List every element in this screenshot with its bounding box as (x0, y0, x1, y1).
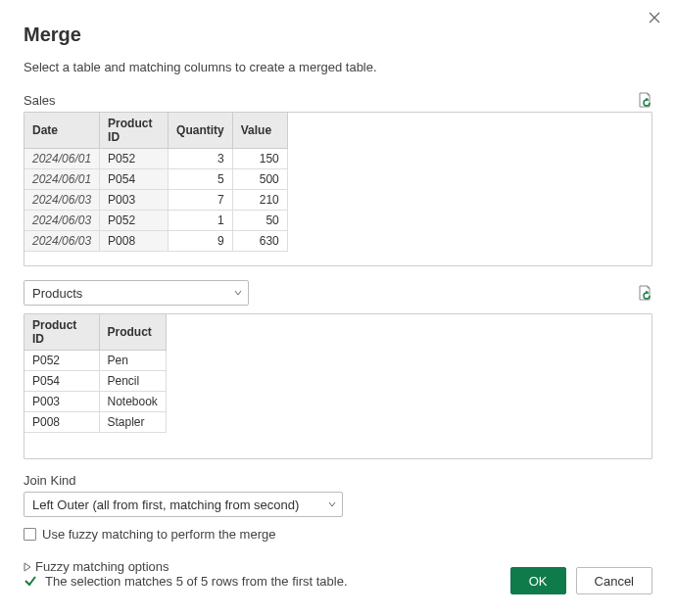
col-header[interactable]: Date (24, 113, 100, 149)
chevron-down-icon (328, 500, 336, 508)
table-row: 2024/06/03 P008 9 630 (24, 231, 287, 252)
chevron-down-icon (234, 289, 242, 297)
check-icon (24, 574, 37, 588)
table-row: P052 Pen (24, 351, 166, 371)
table-row: P003 Notebook (24, 392, 166, 412)
second-table-select[interactable]: Products (24, 280, 249, 306)
refresh-icon[interactable] (637, 285, 652, 301)
dialog-subtitle: Select a table and matching columns to c… (24, 60, 652, 74)
table-row: 2024/06/03 P003 7 210 (24, 190, 287, 211)
ok-button[interactable]: OK (510, 567, 566, 594)
join-kind-selected: Left Outer (all from first, matching fro… (32, 498, 299, 512)
sales-table: Date Product ID Quantity Value 2024/06/0… (24, 113, 288, 252)
first-table-name: Sales (24, 93, 56, 108)
col-header[interactable]: Product ID (24, 314, 99, 351)
table-row: 2024/06/01 P054 5 500 (24, 169, 287, 190)
fuzzy-checkbox[interactable]: Use fuzzy matching to perform the merge (24, 527, 652, 542)
dialog-title: Merge (24, 24, 652, 46)
join-kind-select[interactable]: Left Outer (all from first, matching fro… (24, 492, 343, 517)
cancel-button[interactable]: Cancel (576, 567, 652, 594)
second-table-selected: Products (32, 286, 82, 301)
merge-dialog: Merge Select a table and matching column… (0, 0, 676, 616)
close-icon[interactable] (647, 10, 662, 25)
status-text: The selection matches 5 of 5 rows from t… (45, 574, 348, 589)
refresh-icon[interactable] (637, 92, 652, 108)
table-row: 2024/06/01 P052 3 150 (24, 149, 287, 169)
fuzzy-checkbox-label: Use fuzzy matching to perform the merge (42, 527, 275, 542)
table-row: P008 Stapler (24, 412, 166, 433)
col-header[interactable]: Quantity (169, 113, 233, 149)
table-row: P054 Pencil (24, 371, 166, 392)
match-status: The selection matches 5 of 5 rows from t… (24, 574, 348, 589)
checkbox-icon (24, 528, 36, 541)
second-table-preview[interactable]: Product ID Product P052 Pen P054 Pencil … (24, 313, 652, 459)
first-table-preview[interactable]: Date Product ID Quantity Value 2024/06/0… (24, 112, 652, 266)
products-table: Product ID Product P052 Pen P054 Pencil … (24, 314, 167, 433)
join-kind-label: Join Kind (24, 473, 652, 488)
col-header[interactable]: Product ID (100, 113, 169, 149)
table-row: 2024/06/03 P052 1 50 (24, 211, 287, 231)
col-header[interactable]: Product (99, 314, 166, 351)
col-header[interactable]: Value (232, 113, 287, 149)
